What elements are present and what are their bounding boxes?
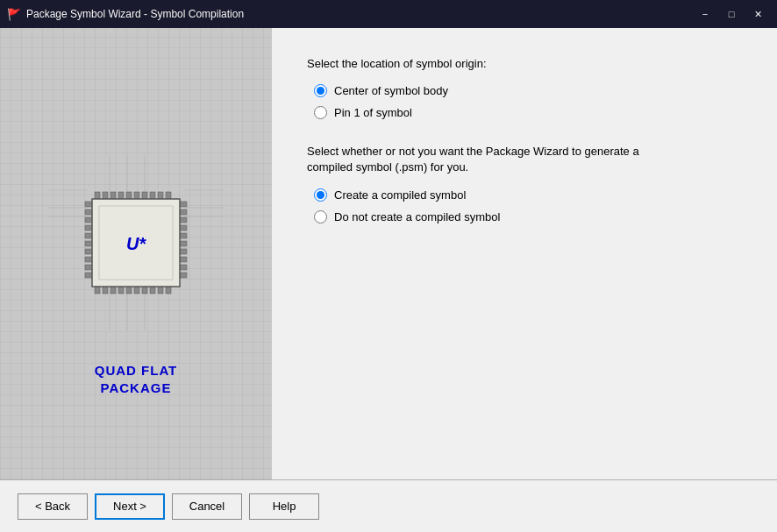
section2-label: Select whether or not you want the Packa… (307, 144, 742, 175)
radio-center-label[interactable]: Center of symbol body (334, 84, 448, 97)
next-button[interactable]: Next > (95, 493, 165, 520)
main-content: U* QUAD FLAT PACKAGE Select the location… (0, 28, 777, 532)
chip-illustration: U* QUAD FLAT PACKAGE (39, 146, 232, 396)
radio-create-label[interactable]: Create a compiled symbol (334, 188, 466, 202)
section1-label: Select the location of symbol origin: (307, 56, 742, 72)
back-button[interactable]: < Back (18, 493, 88, 520)
window-controls: − □ ✕ (693, 4, 770, 24)
minimize-button[interactable]: − (693, 4, 717, 24)
radio-create-compiled[interactable]: Create a compiled symbol (314, 188, 742, 202)
chip-svg: U* (39, 146, 232, 348)
radio-pin1[interactable]: Pin 1 of symbol (314, 106, 742, 119)
window-title: Package Symbol Wizard - Symbol Compilati… (26, 8, 693, 20)
help-button[interactable]: Help (249, 493, 319, 520)
chip-designator-text: U* (126, 234, 146, 253)
radio-no-compiled[interactable]: Do not create a compiled symbol (314, 210, 742, 223)
right-panel: Select the location of symbol origin: Ce… (272, 28, 777, 532)
symbol-origin-group: Center of symbol body Pin 1 of symbol (307, 84, 742, 119)
radio-nocompile-label[interactable]: Do not create a compiled symbol (334, 210, 500, 223)
title-bar: 🚩 Package Symbol Wizard - Symbol Compila… (0, 0, 777, 28)
cancel-button[interactable]: Cancel (172, 493, 242, 520)
radio-center-of-body[interactable]: Center of symbol body (314, 84, 742, 97)
radio-center-input[interactable] (314, 84, 327, 97)
radio-nocompile-input[interactable] (314, 210, 327, 223)
chip-package-label: QUAD FLAT PACKAGE (95, 362, 178, 396)
radio-pin1-label[interactable]: Pin 1 of symbol (334, 106, 412, 119)
close-button[interactable]: ✕ (745, 4, 770, 24)
left-panel: U* QUAD FLAT PACKAGE (0, 28, 272, 532)
button-bar: < Back Next > Cancel Help (0, 479, 777, 532)
maximize-button[interactable]: □ (719, 4, 744, 24)
radio-create-input[interactable] (314, 188, 327, 202)
compiled-symbol-group: Create a compiled symbol Do not create a… (307, 188, 742, 223)
radio-pin1-input[interactable] (314, 106, 327, 119)
app-icon: 🚩 (7, 7, 21, 21)
